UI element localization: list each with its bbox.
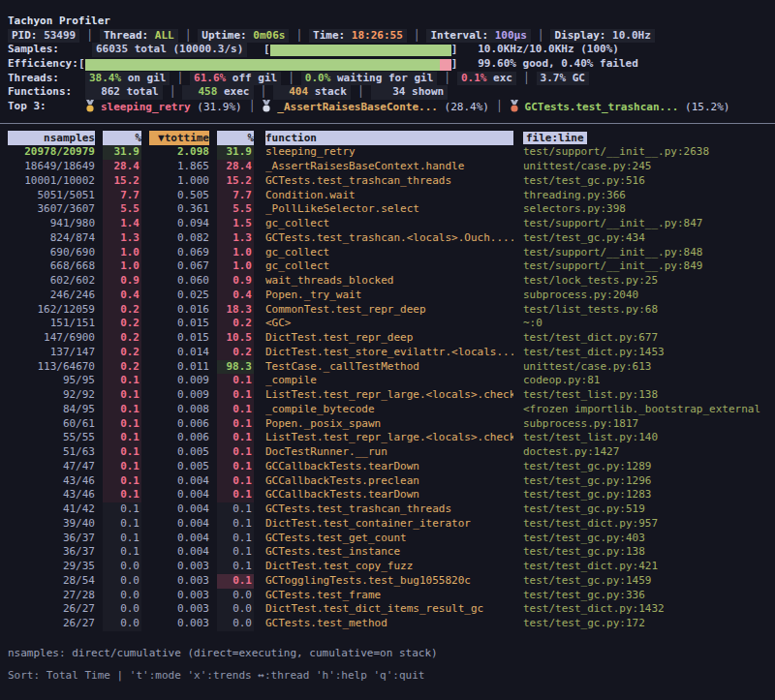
table-row[interactable]: 941/9801.40.0941.5gc_collecttest/support… <box>8 217 775 231</box>
table-row[interactable]: 690/6901.00.0691.0gc_collecttest/support… <box>8 246 775 260</box>
cell-fileline: test/test_dict.py:1432 <box>523 602 775 617</box>
status-chip-thread: Thread: ALL <box>100 29 178 44</box>
table-header: nsamples % ▼tottime % function file:line <box>0 131 775 146</box>
cell-fileline: test/test_gc.py:138 <box>523 545 775 560</box>
function-stat-value: 34 <box>375 85 406 100</box>
table-row[interactable]: 29/350.00.0030.1DictTest.test_copy_fuzzt… <box>8 560 775 574</box>
cell-percent-direct: 0.1 <box>103 517 141 532</box>
table-row[interactable]: 26/270.00.0030.0GCTests.test_methodtest/… <box>8 617 775 631</box>
table-row[interactable]: 39/400.10.0040.1DictTest.test_container_… <box>8 517 775 532</box>
cell-percent-cumulative: 0.1 <box>217 374 254 388</box>
cell-tottime: 0.361 <box>149 202 209 217</box>
thread-stat-label: on gil <box>121 72 166 84</box>
column-header-nsamples[interactable]: nsamples <box>8 131 95 146</box>
table-row[interactable]: 36/370.10.0040.1GCTests.test_instancetes… <box>8 545 775 560</box>
cell-function: CommonTest.test_repr_deep <box>265 303 513 318</box>
cell-tottime: 0.009 <box>149 388 209 403</box>
cell-nsamples: 10001/10002 <box>8 174 95 189</box>
cell-function: GCTests.test_get_count <box>265 532 513 546</box>
cell-percent-cumulative: 1.0 <box>217 259 254 274</box>
table-row[interactable]: 602/6020.90.0600.9wait_threads_blockedte… <box>8 274 775 289</box>
table-row[interactable]: 162/120590.20.01618.3CommonTest.test_rep… <box>8 303 775 318</box>
column-header-percent-cumulative[interactable]: % <box>217 131 254 146</box>
column-header-function[interactable]: function <box>265 131 513 146</box>
top3-item: GCTests.test_trashcan... (15.2%) <box>510 100 730 115</box>
keybinding-help-text: Sort: Total Time | 't':mode 'x':trends ↔… <box>8 669 424 684</box>
cell-fileline: test/test_gc.py:434 <box>523 231 775 246</box>
table-row[interactable]: 28/540.00.0030.1GCTogglingTests.test_bug… <box>8 574 775 589</box>
efficiency-label: Efficiency: <box>8 57 78 72</box>
table-row[interactable]: 3607/36075.50.3615.5_PollLikeSelector.se… <box>8 202 775 217</box>
table-row[interactable]: 113/646700.20.01198.3TestCase._callTestM… <box>8 360 775 375</box>
table-row[interactable]: 36/370.10.0040.1GCTests.test_get_countte… <box>8 532 775 546</box>
table-row[interactable]: 246/2460.40.0250.4Popen._try_waitsubproc… <box>8 289 775 303</box>
table-row[interactable]: 41/420.10.0040.1GCTests.test_trashcan_th… <box>8 502 775 517</box>
cell-function: DictTest.test_copy_fuzz <box>265 560 513 574</box>
separator-bar-icon: │ <box>414 29 420 44</box>
table-row[interactable]: 5051/50517.70.5057.7Condition.waitthread… <box>8 189 775 203</box>
table-row[interactable]: 55/550.10.0060.1ListTest.test_repr_large… <box>8 431 775 445</box>
cell-nsamples: 92/92 <box>8 388 95 403</box>
cell-percent-direct: 0.1 <box>103 388 141 403</box>
table-row[interactable]: 147/69000.20.01510.5DictTest.test_repr_d… <box>8 331 775 346</box>
cell-function: ListTest.test_repr_large.<locals>.check <box>265 431 513 445</box>
cell-function: ListTest.test_repr_large.<locals>.check <box>265 388 513 403</box>
table-row[interactable]: 20978/2097931.92.09831.9sleeping_retryte… <box>8 145 775 160</box>
cell-percent-cumulative: 0.1 <box>217 517 254 532</box>
cell-nsamples: 162/12059 <box>8 303 95 318</box>
table-row[interactable]: 10001/1000215.21.00015.2GCTests.test_tra… <box>8 174 775 189</box>
table-row[interactable]: 668/6681.00.0671.0gc_collecttest/support… <box>8 259 775 274</box>
cell-function: _compile_bytecode <box>265 403 513 417</box>
column-header-percent-direct[interactable]: % <box>103 131 141 146</box>
separator-bar-icon: │ <box>496 100 503 114</box>
app-title: Tachyon Profiler <box>8 15 110 29</box>
cell-tottime: 2.098 <box>149 145 209 160</box>
table-row[interactable]: 27/280.00.0030.0GCTests.test_frametest/t… <box>8 589 775 603</box>
efficiency-bar-open-bracket: [ <box>78 57 85 72</box>
cell-percent-cumulative: 0.4 <box>217 289 254 303</box>
cell-fileline: test/test_gc.py:516 <box>523 174 775 189</box>
status-value: 53499 <box>44 29 76 42</box>
cell-tottime: 0.004 <box>149 502 209 517</box>
efficiency-progress-bar <box>85 59 451 71</box>
cell-fileline: test/test_gc.py:1459 <box>523 574 775 589</box>
cell-fileline: test/test_gc.py:403 <box>523 532 775 546</box>
table-row[interactable]: 18649/1864928.41.86528.4_AssertRaisesBas… <box>8 160 775 174</box>
table-row[interactable]: 824/8741.30.0821.3GCTests.test_trashcan.… <box>8 231 775 246</box>
cell-nsamples: 246/246 <box>8 289 95 303</box>
cell-fileline: test/list_tests.py:68 <box>523 303 775 318</box>
table-row[interactable]: 43/460.10.0040.1GCCallbackTests.preclean… <box>8 474 775 489</box>
table-row[interactable]: 95/950.10.0090.1_compilecodeop.py:81 <box>8 374 775 388</box>
column-header-tottime-sorted[interactable]: ▼tottime <box>149 131 209 146</box>
table-row[interactable]: 84/950.10.0080.1_compile_bytecode<frozen… <box>8 403 775 417</box>
cell-percent-direct: 0.0 <box>103 617 141 631</box>
cell-percent-direct: 1.3 <box>103 231 141 246</box>
cell-nsamples: 151/151 <box>8 317 95 331</box>
cell-tottime: 0.005 <box>149 460 209 474</box>
cell-nsamples: 95/95 <box>8 374 95 388</box>
table-row[interactable]: 26/270.00.0030.0DictTest.test_dict_items… <box>8 602 775 617</box>
cell-percent-cumulative: 1.0 <box>217 246 254 260</box>
cell-percent-cumulative: 7.7 <box>217 189 254 203</box>
table-row[interactable]: 92/920.10.0090.1ListTest.test_repr_large… <box>8 388 775 403</box>
thread-stat: 38.4% on gil <box>85 72 170 86</box>
cell-percent-cumulative: 0.1 <box>217 488 254 502</box>
top3-function-name: sleeping_retry <box>101 101 191 113</box>
cell-percent-direct: 0.1 <box>103 403 141 417</box>
table-row[interactable]: 51/630.10.0050.1DocTestRunner.__rundocte… <box>8 445 775 460</box>
cell-percent-direct: 5.5 <box>103 202 141 217</box>
table-row[interactable]: 43/460.10.0040.1GCCallbackTests.tearDown… <box>8 488 775 502</box>
cell-tottime: 0.004 <box>149 532 209 546</box>
table-row[interactable]: 60/610.10.0060.1Popen._posix_spawnsubpro… <box>8 417 775 432</box>
cell-fileline: test/test_gc.py:336 <box>523 589 775 603</box>
cell-function: GCTests.test_instance <box>265 545 513 560</box>
cell-percent-direct: 0.2 <box>103 360 141 375</box>
table-row[interactable]: 47/470.10.0050.1GCCallbackTests.tearDown… <box>8 460 775 474</box>
table-row[interactable]: 151/1510.20.0150.2<GC>~:0 <box>8 317 775 331</box>
cell-function: GCTogglingTests.test_bug1055820c <box>265 574 513 589</box>
function-stat-label: exec <box>217 85 249 98</box>
column-header-fileline[interactable]: file:line <box>523 132 587 144</box>
cell-fileline: selectors.py:398 <box>523 202 775 217</box>
status-label: PID: <box>12 29 44 42</box>
table-row[interactable]: 137/1470.20.0140.2DictTest.test_store_ev… <box>8 346 775 360</box>
